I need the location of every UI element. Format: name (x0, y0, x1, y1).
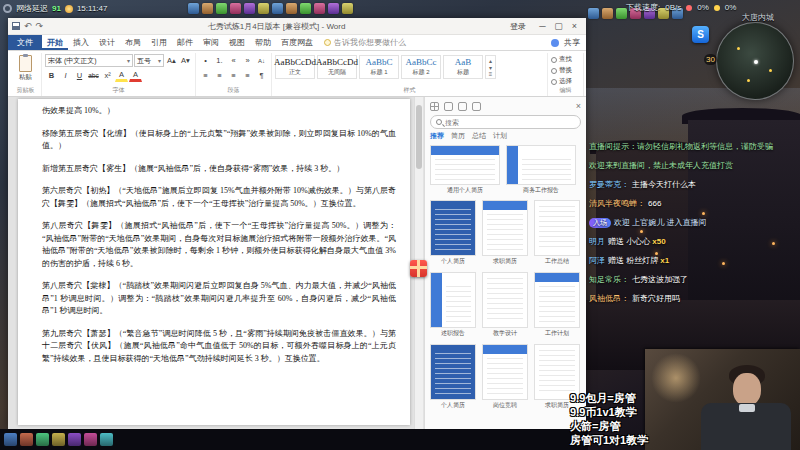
close-icon[interactable]: × (576, 101, 581, 111)
align-right-button[interactable] (227, 69, 240, 82)
tab-design[interactable]: 设计 (94, 35, 120, 50)
find-button[interactable]: 查找 (551, 54, 580, 65)
decrease-indent-button[interactable] (227, 54, 240, 67)
minimap[interactable] (716, 22, 794, 100)
restore-icon[interactable]: ▢ (551, 19, 566, 33)
game-buff-icon[interactable] (216, 3, 227, 14)
skill-icon[interactable] (68, 433, 81, 446)
italic-button[interactable]: I (59, 69, 72, 82)
skill-icon[interactable] (84, 433, 97, 446)
tab-baidu-netdisk[interactable]: 百度网盘 (276, 35, 318, 50)
style-chip-no-spacing[interactable]: AaBbCcDd 无间隔 (317, 55, 357, 79)
gift-promo-icon[interactable] (410, 260, 427, 277)
font-size-select[interactable]: 五号 ▾ (134, 54, 164, 67)
game-menu-icon[interactable] (588, 8, 599, 19)
filter-resume[interactable]: 简历 (451, 131, 465, 141)
chat-username[interactable]: 风袖低昂： (589, 294, 629, 303)
template-card[interactable]: 岗位竞聘 (482, 344, 528, 410)
download-icon[interactable] (472, 102, 481, 111)
game-buff-icon[interactable] (230, 3, 241, 14)
tab-help[interactable]: 帮助 (250, 35, 276, 50)
tab-mailings[interactable]: 邮件 (172, 35, 198, 50)
tell-me-search[interactable]: 告诉我你想要做什么 (324, 35, 406, 50)
redo-icon[interactable]: ↷ (36, 22, 44, 31)
chat-username[interactable]: 阿泽 (589, 256, 605, 265)
game-buff-icon[interactable] (272, 3, 283, 14)
show-marks-button[interactable] (255, 69, 268, 82)
game-menu-icon[interactable] (602, 8, 613, 19)
skill-icon[interactable] (52, 433, 65, 446)
game-buff-icon[interactable] (188, 3, 199, 14)
underline-button[interactable]: U (73, 69, 86, 82)
search-input[interactable] (445, 119, 575, 126)
superscript-button[interactable]: x² (101, 69, 114, 82)
strikethrough-button[interactable]: abc (87, 69, 100, 82)
tab-insert[interactable]: 插入 (68, 35, 94, 50)
save-icon[interactable] (12, 22, 20, 30)
game-buff-icon[interactable] (244, 3, 255, 14)
share-button[interactable]: 共享 (564, 37, 580, 48)
skill-icon[interactable] (36, 433, 49, 446)
template-card[interactable]: 求职简历 (482, 200, 528, 266)
template-card[interactable]: 商务工作报告 (506, 145, 576, 195)
template-card[interactable]: 述职报告 (430, 272, 476, 338)
shrink-font-button[interactable]: A▾ (179, 54, 192, 67)
filter-plan[interactable]: 计划 (493, 131, 507, 141)
refresh-icon[interactable] (444, 102, 453, 111)
game-buff-icon[interactable] (286, 3, 297, 14)
font-color-button[interactable]: A (129, 70, 142, 82)
replace-button[interactable]: 替换 (551, 65, 580, 76)
undo-icon[interactable]: ↶ (24, 22, 32, 31)
template-card[interactable]: 工作总结 (534, 200, 580, 266)
filter-recommended[interactable]: 推荐 (430, 131, 444, 141)
style-chip-title[interactable]: AaB 标题 (443, 55, 483, 79)
game-buff-icon[interactable] (342, 3, 353, 14)
tab-home[interactable]: 开始 (42, 35, 68, 50)
tab-review[interactable]: 审阅 (198, 35, 224, 50)
skill-icon[interactable] (4, 433, 17, 446)
game-buff-icon[interactable] (300, 3, 311, 14)
grow-font-button[interactable]: A▴ (165, 54, 178, 67)
tab-file[interactable]: 文件 (8, 35, 42, 50)
justify-button[interactable] (241, 69, 254, 82)
minimize-icon[interactable]: ─ (535, 19, 550, 33)
template-card[interactable]: 通用个人简历 (430, 145, 500, 195)
bold-button[interactable]: B (45, 69, 58, 82)
bullet-list-button[interactable] (199, 54, 212, 67)
template-card[interactable]: 个人简历 (430, 200, 476, 266)
skill-icon[interactable] (20, 433, 33, 446)
style-chip-normal[interactable]: AaBbCcDd 正文 (275, 55, 315, 79)
align-left-button[interactable] (199, 69, 212, 82)
login-button[interactable]: 登录 (510, 21, 526, 32)
pin-icon[interactable] (458, 102, 467, 111)
chat-username[interactable]: 知足常乐： (589, 275, 629, 284)
tab-view[interactable]: 视图 (224, 35, 250, 50)
tab-layout[interactable]: 布局 (120, 35, 146, 50)
style-chip-heading1[interactable]: AaBbC 标题 1 (359, 55, 399, 79)
tab-references[interactable]: 引用 (146, 35, 172, 50)
styles-gallery-scroll[interactable]: ▴ ▾ ≡ (485, 55, 496, 79)
font-name-select[interactable]: 宋体 (中文正文) ▾ (45, 54, 133, 67)
template-card[interactable]: 工作计划 (534, 272, 580, 338)
chat-username[interactable]: 清风半夜鸣蝉： (589, 199, 645, 208)
increase-indent-button[interactable] (241, 54, 254, 67)
filter-summary[interactable]: 总结 (472, 131, 486, 141)
paste-button[interactable]: 粘贴 (13, 54, 38, 83)
grid-view-icon[interactable] (430, 102, 439, 111)
document-page[interactable]: 伤效果提高 10%。） 移除第五层奇穴【化缠】（使目标身上的“上元贞繁”“翔舞”… (18, 99, 410, 425)
style-chip-heading2[interactable]: AaBbCc 标题 2 (401, 55, 441, 79)
sort-button[interactable] (255, 54, 268, 67)
chat-username[interactable]: 罗曼蒂克： (589, 180, 629, 189)
template-card[interactable]: 教学设计 (482, 272, 528, 338)
highlight-color-button[interactable]: A (115, 70, 128, 82)
game-buff-icon[interactable] (258, 3, 269, 14)
game-buff-icon[interactable] (202, 3, 213, 14)
game-buff-icon[interactable] (314, 3, 325, 14)
chat-username[interactable]: 明月 (589, 237, 605, 246)
close-icon[interactable]: × (567, 19, 582, 33)
template-search-box[interactable] (430, 115, 581, 129)
game-buff-icon[interactable] (328, 3, 339, 14)
template-card[interactable]: 个人简历 (430, 344, 476, 410)
numbered-list-button[interactable] (213, 54, 226, 67)
align-center-button[interactable] (213, 69, 226, 82)
